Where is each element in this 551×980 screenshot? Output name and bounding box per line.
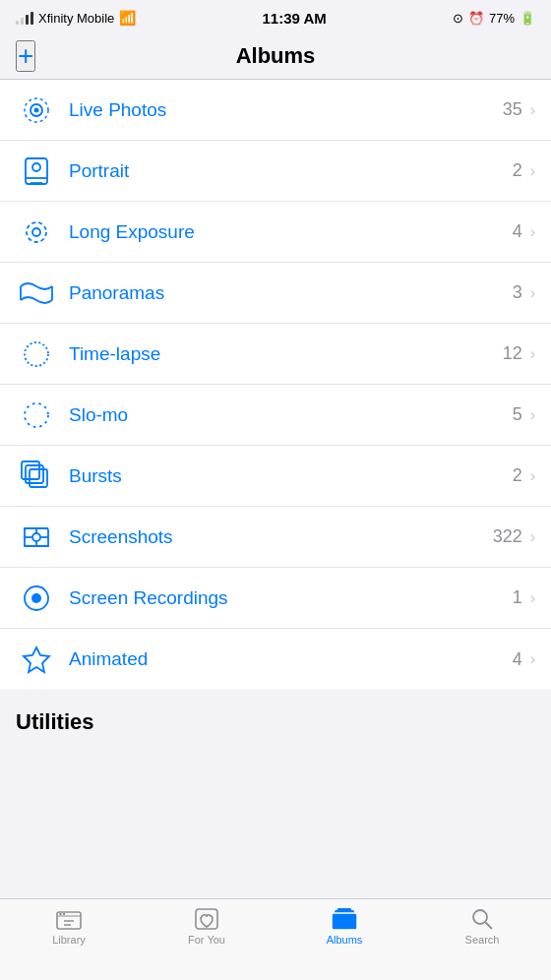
status-right: ⊙ ⏰ 77% 🔋 [453, 11, 535, 26]
album-count-portrait: 2 [513, 160, 522, 181]
album-count-screenshots: 322 [493, 526, 522, 547]
album-label-time-lapse: Time-lapse [69, 343, 503, 365]
album-label-slo-mo: Slo-mo [69, 404, 513, 426]
chevron-icon: › [530, 345, 535, 363]
svg-rect-14 [26, 465, 43, 483]
chevron-icon: › [530, 650, 535, 668]
slo-mo-icon [16, 395, 57, 436]
location-icon: ⊙ [453, 11, 463, 26]
svg-rect-31 [337, 908, 351, 911]
albums-tab-icon [331, 907, 358, 931]
album-row-screenshots[interactable]: Screenshots 322 › [0, 507, 551, 568]
album-label-portrait: Portrait [69, 160, 513, 182]
battery-icon: 🔋 [520, 11, 535, 26]
album-row-animated[interactable]: Animated 4 › [0, 629, 551, 690]
album-count-slo-mo: 5 [513, 404, 522, 425]
album-row-screen-recordings[interactable]: Screen Recordings 1 › [0, 568, 551, 629]
svg-point-1 [34, 107, 39, 112]
tab-label-for-you: For You [188, 934, 225, 946]
tab-for-you[interactable]: For You [138, 907, 276, 946]
svg-rect-28 [196, 909, 217, 929]
utilities-section: Utilities [0, 690, 551, 745]
svg-point-33 [473, 910, 487, 924]
svg-point-12 [25, 403, 48, 427]
album-row-portrait[interactable]: Portrait 2 › [0, 141, 551, 202]
time-lapse-icon [16, 334, 57, 375]
add-album-button[interactable]: + [16, 40, 35, 72]
svg-point-26 [59, 913, 61, 915]
for-you-tab-icon [193, 907, 220, 931]
album-count-screen-recordings: 1 [513, 587, 522, 608]
album-label-animated: Animated [69, 648, 513, 670]
status-bar: Xfinity Mobile 📶 11:39 AM ⊙ ⏰ 77% 🔋 [0, 0, 551, 35]
panoramas-icon [16, 273, 57, 314]
album-label-screen-recordings: Screen Recordings [69, 587, 513, 609]
chevron-icon: › [530, 284, 535, 302]
album-count-panoramas: 3 [513, 282, 522, 303]
status-time: 11:39 AM [262, 10, 326, 27]
screen-recordings-icon [16, 578, 57, 619]
svg-point-11 [25, 342, 48, 366]
chevron-icon: › [530, 101, 535, 119]
chevron-icon: › [530, 528, 535, 546]
svg-point-8 [32, 228, 40, 236]
album-count-animated: 4 [513, 649, 522, 670]
svg-point-17 [32, 533, 40, 541]
album-count-live-photos: 35 [503, 99, 522, 120]
page-title: Albums [236, 43, 316, 69]
chevron-icon: › [530, 589, 535, 607]
album-row-bursts[interactable]: Bursts 2 › [0, 446, 551, 507]
album-count-bursts: 2 [513, 465, 522, 486]
album-row-panoramas[interactable]: Panoramas 3 › [0, 263, 551, 324]
bursts-icon [16, 456, 57, 497]
animated-icon [16, 639, 57, 680]
utilities-title: Utilities [16, 709, 93, 734]
status-left: Xfinity Mobile 📶 [16, 10, 136, 26]
chevron-icon: › [530, 223, 535, 241]
album-row-long-exposure[interactable]: Long Exposure 4 › [0, 202, 551, 263]
album-label-long-exposure: Long Exposure [69, 221, 513, 243]
search-tab-icon [468, 907, 496, 931]
album-row-time-lapse[interactable]: Time-lapse 12 › [0, 324, 551, 385]
tab-label-albums: Albums [327, 934, 363, 946]
screenshots-icon [16, 517, 57, 558]
live-photos-icon [16, 90, 57, 131]
svg-marker-24 [24, 647, 49, 672]
signal-bars-icon [16, 11, 33, 25]
svg-line-34 [486, 923, 493, 930]
chevron-icon: › [530, 467, 535, 485]
wifi-icon: 📶 [119, 10, 136, 26]
svg-rect-29 [332, 913, 357, 930]
tab-search[interactable]: Search [413, 907, 551, 946]
tab-label-library: Library [52, 934, 86, 946]
album-row-slo-mo[interactable]: Slo-mo 5 › [0, 385, 551, 446]
tab-albums[interactable]: Albums [276, 907, 413, 946]
album-count-long-exposure: 4 [513, 221, 522, 242]
chevron-icon: › [530, 162, 535, 180]
portrait-icon [16, 151, 57, 192]
album-label-live-photos: Live Photos [69, 99, 503, 121]
svg-point-7 [27, 222, 46, 242]
svg-point-27 [63, 913, 65, 915]
nav-bar: + Albums [0, 35, 551, 80]
library-tab-icon [55, 907, 83, 931]
tab-label-search: Search [465, 934, 500, 946]
album-row-live-photos[interactable]: Live Photos 35 › [0, 80, 551, 141]
album-list: Live Photos 35 › Portrait 2 › Long Expos… [0, 80, 551, 690]
album-label-screenshots: Screenshots [69, 526, 493, 548]
album-label-bursts: Bursts [69, 465, 513, 487]
svg-point-6 [32, 163, 40, 171]
carrier-label: Xfinity Mobile [38, 11, 114, 26]
tab-library[interactable]: Library [0, 907, 138, 946]
chevron-icon: › [530, 406, 535, 424]
svg-point-23 [31, 593, 41, 603]
album-count-time-lapse: 12 [503, 343, 522, 364]
tab-bar: Library For You Albums [0, 898, 551, 980]
battery-percent: 77% [489, 11, 515, 26]
alarm-icon: ⏰ [468, 11, 484, 26]
album-label-panoramas: Panoramas [69, 282, 513, 304]
long-exposure-icon [16, 212, 57, 253]
